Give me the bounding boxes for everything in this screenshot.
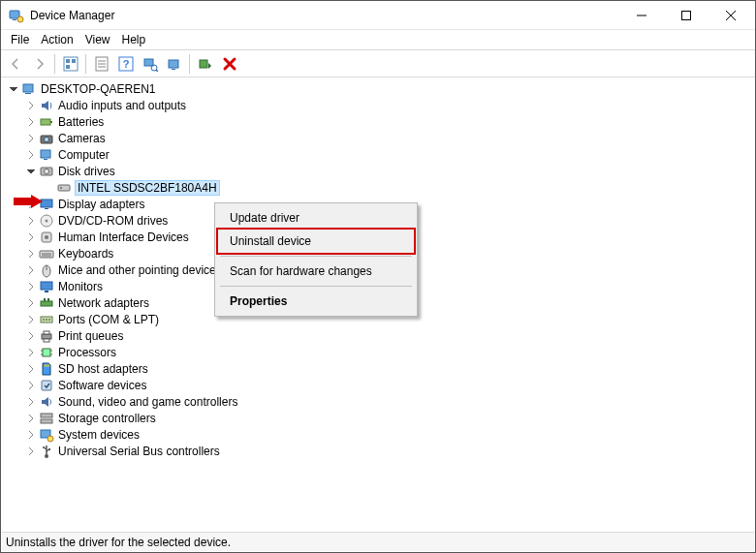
expand-icon[interactable] [23,262,39,278]
tree-category[interactable]: System devices [6,426,754,443]
disk-icon [39,164,54,179]
forward-button[interactable] [28,53,50,75]
minimize-button[interactable] [619,1,664,29]
svg-rect-74 [48,448,50,450]
ctx-scan-hardware[interactable]: Scan for hardware changes [218,260,414,283]
svg-rect-46 [41,282,52,290]
expand-icon[interactable] [23,328,39,344]
tree-category-label: Mice and other pointing devices [58,263,222,277]
back-button[interactable] [4,53,26,75]
tree-category[interactable]: Storage controllers [6,410,754,426]
drive-icon [56,180,72,196]
svg-rect-9 [66,65,70,69]
show-hidden-button[interactable] [59,53,81,75]
expand-icon[interactable] [23,411,39,426]
expand-icon[interactable] [23,164,39,179]
svg-rect-26 [50,121,52,123]
svg-rect-64 [47,364,47,367]
svg-line-19 [156,70,158,72]
svg-text:?: ? [122,58,129,70]
menu-file[interactable]: File [11,33,29,46]
menu-action[interactable]: Action [41,33,73,46]
svg-rect-49 [44,298,46,301]
svg-rect-50 [47,298,49,301]
svg-rect-1 [13,19,16,20]
ctx-uninstall-device[interactable]: Uninstall device [218,230,414,253]
tree-category-label: Human Interface Devices [58,230,189,244]
tree-category[interactable]: Processors [6,344,754,360]
svg-rect-22 [200,60,207,68]
svg-rect-55 [42,334,51,339]
expand-icon[interactable] [23,394,39,410]
expand-icon[interactable] [23,345,39,360]
hid-icon [39,230,54,245]
tree-root-label: DESKTOP-QAEREN1 [41,82,155,96]
tree-category-label: Batteries [58,115,104,129]
expand-icon[interactable] [23,312,39,327]
tree-category[interactable]: Universal Serial Bus controllers [6,443,754,459]
tree-category[interactable]: Print queues [6,327,754,344]
tree-root[interactable]: DESKTOP-QAEREN1 [6,80,754,97]
menu-help[interactable]: Help [122,33,146,46]
svg-point-73 [43,446,45,448]
properties-button[interactable] [90,53,112,75]
tree-category[interactable]: Audio inputs and outputs [6,97,754,113]
tree-category-label: Audio inputs and outputs [58,99,186,112]
expand-icon[interactable] [6,81,21,97]
expand-icon[interactable] [23,131,39,146]
expand-icon[interactable] [23,427,39,443]
monitor-icon [39,279,54,294]
maximize-button[interactable] [664,1,709,29]
expand-spacer [41,180,56,196]
tree-category[interactable]: Cameras [6,130,754,146]
cpu-icon [39,345,54,360]
ctx-separator [220,286,412,287]
expand-icon[interactable] [23,295,39,311]
expand-icon[interactable] [23,246,39,261]
menu-view[interactable]: View [85,33,110,46]
tree-category-label: Print queues [58,329,123,343]
battery-icon [39,114,54,130]
tree-category[interactable]: SD host adapters [6,360,754,377]
expand-icon[interactable] [23,230,39,245]
ctx-update-driver[interactable]: Update driver [218,206,414,230]
annotation-arrow-icon [14,195,43,211]
tree-category-label: Monitors [58,280,103,293]
expand-icon[interactable] [23,378,39,393]
tree-category[interactable]: Disk drives [6,163,754,179]
tree-category-label: Keyboards [58,247,113,261]
toolbar-separator [54,54,55,74]
expand-icon[interactable] [23,361,39,377]
tree-category[interactable]: Sound, video and game controllers [6,393,754,410]
expand-icon[interactable] [23,213,39,229]
scan-hardware-button[interactable] [139,53,161,75]
help-button[interactable]: ? [114,53,137,75]
system-icon [39,427,54,443]
svg-rect-48 [41,301,52,306]
tree-category-label: Software devices [58,379,146,392]
expand-icon[interactable] [23,279,39,294]
expand-icon[interactable] [23,98,39,113]
camera-icon [39,131,54,146]
expand-icon[interactable] [23,444,39,459]
update-driver-button[interactable] [163,53,185,75]
expand-icon[interactable] [23,114,39,130]
title-bar: Device Manager [1,1,755,30]
tree-category-label: Sound, video and game controllers [58,395,237,409]
uninstall-device-button[interactable] [218,53,240,75]
svg-rect-47 [45,291,48,292]
toolbar-separator [189,54,190,74]
tree-category[interactable]: Software devices [6,377,754,393]
expand-icon[interactable] [23,147,39,163]
ctx-separator [220,256,412,257]
close-button[interactable] [709,1,753,29]
tree-category-label: SD host adapters [58,362,148,376]
svg-rect-67 [41,414,52,417]
tree-category-label: Network adapters [58,296,149,310]
ctx-properties[interactable]: Properties [218,290,414,313]
tree-category[interactable]: Computer [6,146,754,163]
mouse-icon [39,262,54,278]
tree-device[interactable]: INTEL SSDSC2BF180A4H [6,179,754,196]
tree-category[interactable]: Batteries [6,113,754,130]
enable-device-button[interactable] [194,53,216,75]
